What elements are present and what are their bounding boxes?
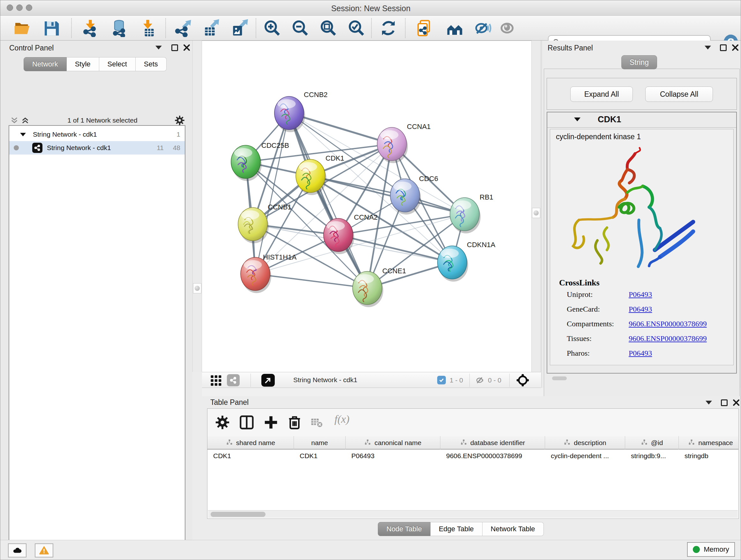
table-cell[interactable]: stringdb: [679, 449, 741, 462]
node-CCNB2[interactable]: [274, 97, 305, 132]
float-panel-icon[interactable]: [172, 44, 178, 51]
delete-table-icon[interactable]: [310, 415, 323, 430]
network-view-icon[interactable]: [227, 374, 240, 386]
network-graph[interactable]: CCNB2CCNA1CDC25BCDK1CDC6RB1CCNB1CCNA2CDK…: [202, 41, 531, 372]
tab-edge-table[interactable]: Edge Table: [430, 522, 482, 536]
table-cell[interactable]: CDK1: [294, 449, 346, 462]
zoom-fit-icon[interactable]: [320, 19, 337, 37]
edge-CCNB2-CCNE1[interactable]: [289, 113, 367, 288]
show-columns-icon[interactable]: [239, 415, 254, 430]
close-panel-icon[interactable]: [732, 399, 740, 407]
column-header--id[interactable]: @id: [625, 436, 679, 449]
hide-selected-icon[interactable]: [474, 19, 492, 37]
column-header-shared-name[interactable]: shared name: [207, 436, 294, 449]
tab-string[interactable]: String: [621, 55, 657, 69]
column-header-canonical-name[interactable]: canonical name: [346, 436, 441, 449]
tab-sets[interactable]: Sets: [136, 57, 166, 71]
cloud-status-button[interactable]: [8, 543, 26, 557]
result-entry-header[interactable]: CDK1: [547, 112, 736, 128]
import-table-icon[interactable]: [139, 19, 157, 37]
tab-node-table[interactable]: Node Table: [378, 522, 430, 536]
table-row[interactable]: CDK1CDK1P064939606.ENSP00000378699cyclin…: [207, 449, 738, 462]
table-cell[interactable]: 9606.ENSP00000378699: [441, 449, 545, 462]
table-cell[interactable]: stringdb:9...: [625, 449, 679, 462]
node-CDC25B[interactable]: [231, 145, 262, 181]
gear-icon[interactable]: [175, 115, 185, 125]
tab-network[interactable]: Network: [23, 57, 67, 71]
expand-all-button[interactable]: Expand All: [570, 86, 633, 102]
crosslink-value-link[interactable]: P06493: [629, 305, 652, 314]
birdseye-crosshair-icon[interactable]: [516, 374, 529, 387]
edge-CDK1-RB1[interactable]: [311, 176, 465, 214]
expand-all-chevron-icon[interactable]: [21, 116, 30, 125]
node-CDKN1A[interactable]: [437, 246, 468, 282]
refresh-icon[interactable]: [380, 19, 397, 37]
delete-column-icon[interactable]: [287, 415, 302, 430]
node-CCNE1[interactable]: [353, 271, 383, 307]
save-session-icon[interactable]: [43, 19, 60, 37]
column-header-name[interactable]: name: [294, 436, 346, 449]
collapse-all-chevron-icon[interactable]: [10, 116, 19, 125]
entry-collapse-caret-icon[interactable]: [574, 118, 581, 121]
right-splitter-handle[interactable]: [532, 208, 540, 218]
table-cell[interactable]: cyclin-dependent ...: [545, 449, 625, 462]
first-neighbors-icon[interactable]: [446, 19, 464, 37]
memory-button[interactable]: Memory: [687, 542, 735, 557]
column-header-description[interactable]: description: [545, 436, 625, 449]
close-panel-icon[interactable]: [183, 44, 191, 51]
crosslink-value-link[interactable]: P06493: [629, 349, 652, 358]
crosslink-value-link[interactable]: 9606.ENSP00000378699: [629, 334, 707, 343]
column-header-namespace[interactable]: namespace: [679, 436, 741, 449]
panel-menu-caret-icon[interactable]: [704, 46, 711, 50]
network-row[interactable]: String Network - cdk1 11 48: [9, 141, 185, 154]
edge-HIST1H1A-CCNE1[interactable]: [255, 274, 367, 288]
import-network-file-icon[interactable]: [81, 19, 99, 37]
table-horizontal-scrollbar[interactable]: [208, 510, 738, 518]
detach-view-icon[interactable]: [261, 374, 275, 387]
node-CCNA1[interactable]: [377, 127, 408, 163]
table-cell[interactable]: P06493: [346, 449, 441, 462]
show-all-icon[interactable]: [498, 19, 516, 37]
column-header-database-identifier[interactable]: database identifier: [441, 436, 545, 449]
node-RB1[interactable]: [450, 198, 481, 233]
entry-scrollbar-stub[interactable]: [552, 376, 567, 380]
warning-status-button[interactable]: [35, 543, 53, 557]
import-network-database-icon[interactable]: [110, 19, 128, 37]
selected-nodes-checkbox-icon[interactable]: [437, 376, 446, 384]
crosslink-value-link[interactable]: 9606.ENSP00000378699: [629, 320, 707, 328]
float-panel-icon[interactable]: [720, 44, 727, 51]
node-CCNA2[interactable]: [324, 219, 354, 254]
node-CDC6[interactable]: [390, 179, 421, 214]
node-CCNB1[interactable]: [238, 207, 269, 243]
panel-menu-caret-icon[interactable]: [155, 46, 162, 50]
export-table-icon[interactable]: [202, 19, 220, 37]
clone-network-icon[interactable]: [415, 19, 433, 37]
results-scroll-area[interactable]: CDK1 cyclin-dependent kinase 1: [547, 112, 737, 374]
tab-select[interactable]: Select: [99, 57, 136, 71]
network-canvas[interactable]: CCNB2CCNA1CDC25BCDK1CDC6RB1CCNB1CCNA2CDK…: [202, 41, 531, 372]
close-panel-icon[interactable]: [731, 44, 739, 51]
open-session-icon[interactable]: [13, 19, 31, 37]
crosslink-value-link[interactable]: P06493: [629, 290, 652, 299]
export-network-icon[interactable]: [174, 19, 192, 37]
grid-view-icon[interactable]: [210, 375, 222, 386]
table-gear-icon[interactable]: [215, 415, 230, 430]
collection-expander-icon[interactable]: [20, 133, 26, 136]
scrollbar-thumb[interactable]: [211, 512, 266, 517]
right-splitter[interactable]: [531, 41, 541, 372]
function-builder-icon[interactable]: f(x): [334, 413, 349, 425]
zoom-in-icon[interactable]: [263, 19, 281, 37]
export-image-icon[interactable]: [230, 19, 248, 37]
tab-style[interactable]: Style: [67, 57, 99, 71]
panel-menu-caret-icon[interactable]: [705, 401, 712, 405]
zoom-selected-icon[interactable]: [347, 19, 365, 37]
zoom-out-icon[interactable]: [291, 19, 309, 37]
collapse-all-button[interactable]: Collapse All: [645, 86, 713, 102]
edge-CCNB2-HIST1H1A[interactable]: [255, 113, 289, 274]
float-panel-icon[interactable]: [721, 399, 728, 406]
left-splitter[interactable]: [192, 41, 202, 372]
table-cell[interactable]: CDK1: [207, 449, 294, 462]
network-collection-row[interactable]: String Network - cdk1 1: [9, 128, 185, 141]
create-column-icon[interactable]: [264, 415, 278, 430]
node-CDK1[interactable]: [296, 159, 327, 195]
